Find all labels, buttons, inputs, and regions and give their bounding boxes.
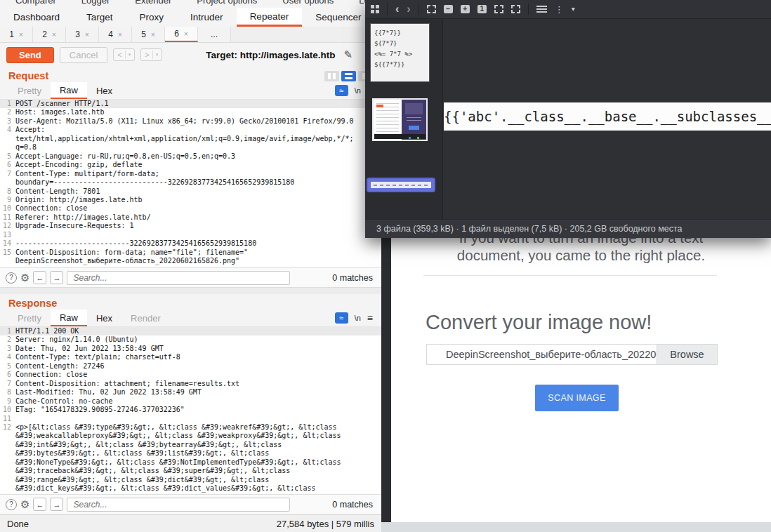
repeater-tab[interactable]: 3 × xyxy=(66,27,99,42)
burp-overflow-tab[interactable]: Extender xyxy=(135,0,171,3)
panel-divider[interactable] xyxy=(0,287,381,294)
line-text: Date: Thu, 02 Jun 2022 13:58:49 GMT xyxy=(15,345,164,353)
response-viewer[interactable]: 1 HTTP/1.1 200 OK 2 Server: nginx/1.14.0… xyxy=(0,326,381,494)
text-file-thumbnail[interactable]: {{7*7}} ${7*7} <%= 7*7 %> ${{7*7}} xyxy=(370,23,430,82)
burp-main-tab[interactable]: Proxy xyxy=(126,8,178,27)
response-view-tab[interactable]: Hex xyxy=(87,310,121,326)
line-number: 15 xyxy=(0,248,15,257)
screenshot-thumbnail[interactable] xyxy=(372,98,428,141)
prev-match-icon[interactable]: ← xyxy=(33,271,46,284)
repeater-tab[interactable]: 6 × xyxy=(165,27,198,42)
line-number: 13 xyxy=(0,231,15,239)
fullscreen-icon[interactable] xyxy=(511,5,520,13)
close-icon[interactable]: × xyxy=(85,31,89,39)
send-button[interactable]: Send xyxy=(6,47,54,63)
zoom-in-icon[interactable]: + xyxy=(461,5,470,13)
thumbnails-grid-icon[interactable] xyxy=(371,5,379,13)
response-view-tab[interactable]: Raw xyxy=(51,310,87,326)
selected-image-thumbnail[interactable] xyxy=(368,179,434,191)
close-icon[interactable]: × xyxy=(52,31,56,39)
line-number: 7 xyxy=(0,380,15,388)
burp-main-tab[interactable]: Repeater xyxy=(237,8,303,27)
line-number: 7 xyxy=(0,170,15,178)
history-back-button[interactable]: < ▾ xyxy=(113,48,135,61)
close-icon[interactable]: × xyxy=(19,31,23,39)
line-number: 3 xyxy=(0,345,15,353)
close-icon[interactable]: × xyxy=(184,30,188,38)
line-number: 4 xyxy=(0,353,15,361)
file-input[interactable]: DeepinScreenshot_выберите-область_202206… xyxy=(426,344,718,365)
cancel-button[interactable]: Cancel xyxy=(60,47,107,63)
help-icon[interactable]: ? xyxy=(6,499,17,510)
request-line: 12 Upgrade-Insecure-Requests: 1 xyxy=(0,222,381,230)
request-view-tab[interactable]: Hex xyxy=(87,82,121,99)
kebab-menu-icon[interactable]: ⋮ xyxy=(555,5,564,14)
close-icon[interactable]: × xyxy=(118,31,122,39)
back-icon[interactable]: ‹ xyxy=(395,4,399,15)
show-newlines-icon[interactable]: \n xyxy=(355,314,361,322)
history-back-arrow: < xyxy=(117,51,121,59)
request-view-tab[interactable]: Pretty xyxy=(8,82,51,99)
target-label: Target: http://images.late.htb xyxy=(206,50,335,60)
layout-columns-icon[interactable] xyxy=(324,71,339,81)
scan-image-button[interactable]: SCAN IMAGE xyxy=(535,385,619,411)
edit-pencil-icon[interactable]: ✎ xyxy=(343,48,352,61)
prev-match-icon[interactable]: ← xyxy=(33,498,46,511)
zoom-out-icon[interactable]: − xyxy=(444,5,453,13)
history-forward-button[interactable]: > ▾ xyxy=(140,48,162,61)
image-preview-area[interactable]: {{'abc'.__class__.__base__.__subclasses_… xyxy=(443,19,771,219)
response-line: 6 Connection: close xyxy=(0,371,381,379)
request-line: boundary=---------------------------3226… xyxy=(0,178,381,187)
search-input[interactable] xyxy=(67,498,290,512)
status-done-label: Done xyxy=(7,519,29,529)
file-manager-toolbar: ‹ › − + 1 ⋮ ▾ xyxy=(365,0,771,19)
repeater-tab[interactable]: 1 × xyxy=(0,27,33,42)
show-newlines-icon[interactable]: \n xyxy=(355,86,361,95)
burp-main-tab[interactable]: Intruder xyxy=(177,8,237,27)
soft-wrap-icon[interactable]: ≈ xyxy=(335,85,348,96)
response-line: &#39;range&#39;&gt;, &lt;class &#39;dict… xyxy=(0,476,381,484)
chevron-down-icon[interactable]: ▾ xyxy=(572,6,575,13)
zoom-fit-icon[interactable] xyxy=(427,5,436,13)
request-editor[interactable]: 1 POST /scanner HTTP/1.1 2 Host: images.… xyxy=(0,99,381,267)
list-view-icon[interactable] xyxy=(536,6,547,13)
next-match-icon[interactable]: → xyxy=(50,498,63,511)
burp-main-tab[interactable]: Dashboard xyxy=(0,8,73,27)
help-icon[interactable]: ? xyxy=(6,272,17,284)
repeater-tab[interactable]: 2 × xyxy=(33,27,66,42)
forward-icon[interactable]: › xyxy=(407,4,410,15)
request-line: 10 Connection: close xyxy=(0,204,381,213)
repeater-tab[interactable]: 4 × xyxy=(99,27,132,42)
line-number xyxy=(0,458,15,467)
line-number xyxy=(0,178,15,187)
line-number xyxy=(0,432,15,440)
tagline-line1: If you want to turn an image into a text xyxy=(391,238,771,246)
gear-icon[interactable]: ⚙ xyxy=(20,272,29,283)
zoom-100-icon[interactable]: 1 xyxy=(477,5,487,13)
response-line: 3 Date: Thu, 02 Jun 2022 13:58:49 GMT xyxy=(0,345,381,353)
burp-overflow-tab[interactable]: Comparer xyxy=(15,0,56,3)
repeater-tab[interactable]: ... xyxy=(198,27,231,42)
hamburger-menu-icon[interactable]: ≡ xyxy=(367,312,373,324)
burp-overflow-tab[interactable]: Project options xyxy=(197,0,257,3)
response-line: &#39;traceback&#39;&gt;, &lt;class &#39;… xyxy=(0,467,381,475)
soft-wrap-icon[interactable]: ≈ xyxy=(335,312,348,324)
tagline-line2: document, you came to the right place. xyxy=(391,247,771,264)
repeater-tab[interactable]: 5 × xyxy=(132,27,165,42)
close-icon[interactable]: × xyxy=(151,31,155,39)
response-view-tab[interactable]: Render xyxy=(121,310,170,326)
burp-main-tab[interactable]: Sequencer xyxy=(302,8,374,27)
response-view-tab[interactable]: Pretty xyxy=(8,310,51,326)
response-line: 2 Server: nginx/1.14.0 (Ubuntu) xyxy=(0,335,381,344)
crop-icon[interactable] xyxy=(494,5,503,13)
layout-rows-icon[interactable] xyxy=(341,71,356,81)
line-text: Referer: http://images.late.htb/ xyxy=(15,213,151,222)
request-view-tab[interactable]: Raw xyxy=(51,82,87,99)
next-match-icon[interactable]: → xyxy=(50,271,63,284)
burp-main-tab[interactable]: Target xyxy=(73,8,126,27)
search-input[interactable] xyxy=(67,271,290,285)
burp-overflow-tab[interactable]: User options xyxy=(282,0,334,3)
browse-button[interactable]: Browse xyxy=(657,345,717,364)
gear-icon[interactable]: ⚙ xyxy=(20,499,29,510)
burp-overflow-tab[interactable]: Logger xyxy=(81,0,110,3)
